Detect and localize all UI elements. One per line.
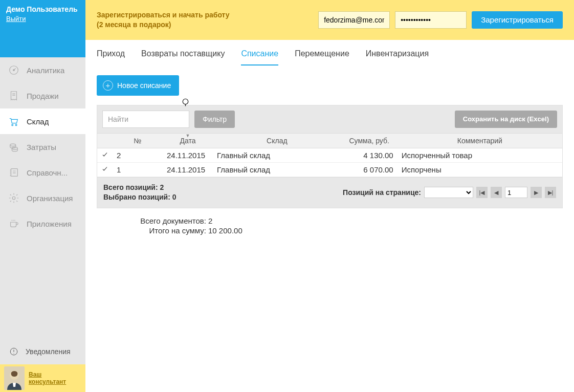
main: Зарегистрироваться и начать работу (2 ме… bbox=[85, 0, 574, 392]
sidebar-item-label: Приложения bbox=[27, 220, 72, 228]
col-checkbox[interactable] bbox=[97, 133, 113, 148]
sidebar-nav: Аналитика Продажи Склад Затраты bbox=[0, 57, 85, 339]
pager: Позиций на странице: |◀ ◀ ▶ ▶| bbox=[343, 187, 556, 198]
svg-rect-6 bbox=[11, 169, 18, 177]
sidebar-item-organization[interactable]: Организация bbox=[0, 185, 85, 211]
sidebar-item-apps[interactable]: Приложения bbox=[0, 211, 85, 236]
tab-inventory[interactable]: Инвентаризация bbox=[366, 49, 429, 66]
sidebar-item-label: Затраты bbox=[27, 143, 56, 151]
coins-icon bbox=[8, 141, 19, 153]
tab-returns[interactable]: Возвраты поставщику bbox=[141, 49, 225, 66]
register-ribbon: Зарегистрироваться и начать работу (2 ме… bbox=[85, 0, 574, 40]
tab-incoming[interactable]: Приход bbox=[97, 49, 125, 66]
prev-page-button[interactable]: ◀ bbox=[491, 187, 502, 198]
svg-point-1 bbox=[13, 70, 15, 71]
password-input[interactable] bbox=[395, 11, 467, 29]
alert-icon bbox=[8, 346, 19, 357]
sort-desc-icon: ▼ bbox=[186, 133, 190, 138]
consultant-link-l1[interactable]: Ваш bbox=[29, 371, 41, 378]
sidebar-item-label: Продажи bbox=[27, 92, 59, 100]
svg-point-3 bbox=[15, 124, 17, 126]
new-writeoff-button[interactable]: + Новое списание bbox=[97, 75, 179, 96]
notebook-icon bbox=[8, 167, 19, 178]
tabs: Приход Возвраты поставщику Списание Пере… bbox=[85, 40, 574, 66]
gauge-icon bbox=[8, 64, 19, 76]
sidebar-item-expenses[interactable]: Затраты bbox=[0, 134, 85, 160]
sidebar-item-label: Склад bbox=[27, 117, 49, 126]
notifications-label: Уведомления bbox=[26, 347, 71, 356]
register-button[interactable]: Зарегистрироваться bbox=[472, 11, 563, 29]
filter-bar: Фильтр Сохранить на диск (Excel) bbox=[97, 105, 562, 133]
consultant-panel[interactable]: Ваш консультант bbox=[0, 364, 85, 392]
col-comment[interactable]: Комментарий bbox=[398, 133, 562, 148]
sidebar-item-label: Организация bbox=[27, 194, 73, 203]
sidebar-item-references[interactable]: Справочн... bbox=[0, 160, 85, 185]
per-page-select[interactable] bbox=[424, 187, 473, 198]
check-icon bbox=[101, 165, 108, 174]
user-block: Демо Пользователь Выйти bbox=[0, 0, 85, 57]
col-number[interactable]: № bbox=[113, 133, 163, 148]
data-grid: № ▼Дата Склад Сумма, руб. Комментарий 2 … bbox=[97, 133, 562, 177]
cup-icon bbox=[8, 218, 19, 229]
sidebar-item-sales[interactable]: Продажи bbox=[0, 83, 85, 108]
grid-footer: Всего позиций: 2 Выбрано позиций: 0 Пози… bbox=[97, 177, 562, 208]
plus-circle-icon: + bbox=[103, 80, 113, 91]
user-name: Демо Пользователь bbox=[6, 5, 79, 13]
first-page-button[interactable]: |◀ bbox=[476, 187, 488, 198]
table-row[interactable]: 1 24.11.2015 Главный склад 6 070.00 Испо… bbox=[97, 162, 562, 177]
grid-container: Фильтр Сохранить на диск (Excel) № ▼Дата… bbox=[97, 105, 563, 208]
totals: Всего документов: 2 Итого на сумму: 10 2… bbox=[85, 208, 574, 236]
save-excel-button[interactable]: Сохранить на диск (Excel) bbox=[455, 111, 557, 128]
action-bar: + Новое списание bbox=[85, 66, 574, 105]
table-row[interactable]: 2 24.11.2015 Главный склад 4 130.00 Испо… bbox=[97, 148, 562, 162]
tab-writeoff[interactable]: Списание bbox=[241, 49, 278, 66]
page-input[interactable] bbox=[505, 187, 527, 198]
col-date[interactable]: ▼Дата bbox=[163, 133, 213, 148]
gear-icon bbox=[8, 192, 19, 204]
tab-transfer[interactable]: Перемещение bbox=[295, 49, 349, 66]
check-icon bbox=[101, 151, 108, 160]
consultant-text: Ваш консультант bbox=[29, 371, 66, 386]
col-warehouse[interactable]: Склад bbox=[213, 133, 341, 148]
sidebar-item-warehouse[interactable]: Склад bbox=[0, 108, 85, 134]
footer-counts: Всего позиций: 2 Выбрано позиций: 0 bbox=[103, 183, 176, 203]
cart-icon bbox=[8, 116, 19, 127]
svg-point-2 bbox=[12, 124, 13, 126]
sidebar-notifications[interactable]: Уведомления bbox=[0, 339, 85, 364]
sidebar: Демо Пользователь Выйти Аналитика Продаж… bbox=[0, 0, 85, 392]
last-page-button[interactable]: ▶| bbox=[545, 187, 556, 198]
sidebar-item-label: Аналитика bbox=[27, 66, 64, 75]
next-page-button[interactable]: ▶ bbox=[531, 187, 542, 198]
sidebar-item-analytics[interactable]: Аналитика bbox=[0, 57, 85, 83]
filter-button[interactable]: Фильтр bbox=[194, 111, 235, 128]
search-input[interactable] bbox=[102, 111, 189, 128]
svg-point-7 bbox=[12, 197, 15, 200]
ribbon-text: Зарегистрироваться и начать работу (2 ме… bbox=[97, 10, 230, 30]
avatar bbox=[4, 366, 25, 390]
receipt-icon bbox=[8, 90, 19, 101]
sidebar-item-label: Справочн... bbox=[27, 168, 68, 177]
svg-point-4 bbox=[10, 144, 16, 146]
consultant-link-l2[interactable]: консультант bbox=[29, 378, 66, 385]
logout-link[interactable]: Выйти bbox=[6, 15, 26, 23]
col-sum[interactable]: Сумма, руб. bbox=[341, 133, 398, 148]
per-page-label: Позиций на странице: bbox=[343, 188, 421, 197]
email-input[interactable] bbox=[318, 11, 390, 29]
